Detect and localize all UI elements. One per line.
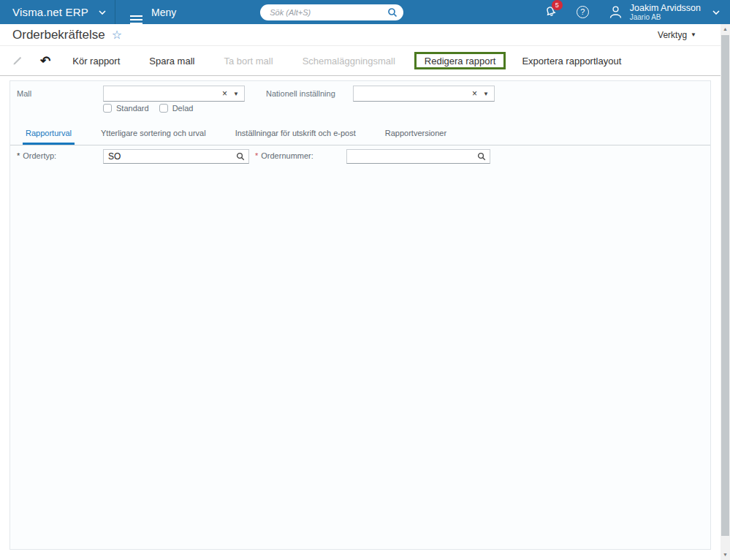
required-marker: *	[17, 151, 20, 160]
standard-checkbox[interactable]	[103, 104, 112, 113]
user-icon	[608, 4, 623, 20]
search-icon[interactable]	[387, 7, 398, 18]
tab-installningar-utskrift[interactable]: Inställningar för utskrift och e-post	[232, 129, 359, 145]
tab-rapportversioner[interactable]: Rapportversioner	[382, 129, 449, 145]
brand-label: Visma.net ERP	[12, 6, 88, 18]
highlight-annotation-box: Redigera rapport	[414, 52, 506, 69]
question-mark-icon: ?	[580, 7, 585, 16]
tab-ytterligare-sortering[interactable]: Ytterligare sortering och urval	[98, 129, 209, 145]
help-button[interactable]: ?	[577, 6, 589, 18]
edit-report-button[interactable]: Redigera rapport	[417, 50, 504, 72]
tab-rapporturval[interactable]: Rapporturval	[23, 129, 75, 145]
header-right-cluster: 5 ? Joakim Arvidsson Jaario AB	[544, 4, 730, 21]
notification-badge: 5	[552, 0, 563, 10]
template-input[interactable]	[104, 88, 219, 99]
dropdown-arrow-icon[interactable]: ▼	[480, 91, 494, 97]
app-header: Visma.net ERP Meny	[0, 0, 730, 24]
tools-menu-button[interactable]: Verktyg ▼	[658, 30, 696, 40]
page-title: Orderbekräftelse	[12, 28, 105, 42]
caret-down-icon: ▼	[691, 31, 696, 38]
template-options: Standard Delad	[103, 104, 203, 113]
schedule-template-button: Schemaläggningsmall	[295, 51, 403, 71]
edit-pencil-icon[interactable]	[11, 56, 23, 67]
user-company: Jaario AB	[630, 13, 701, 21]
delad-checkbox-label: Delad	[172, 104, 194, 113]
template-label: Mall	[17, 89, 31, 98]
dropdown-arrow-icon[interactable]: ▼	[230, 91, 244, 97]
ordernummer-input[interactable]	[347, 151, 476, 162]
report-toolbar: ↶ Kör rapport Spara mall Ta bort mall Sc…	[0, 45, 721, 76]
ordertyp-lookup[interactable]	[103, 149, 249, 164]
hamburger-icon	[130, 15, 142, 17]
scroll-up-arrow[interactable]: ▲	[721, 24, 730, 34]
ordertyp-input[interactable]	[104, 151, 235, 162]
title-bar: Orderbekräftelse ☆ Verktyg ▼	[0, 24, 721, 45]
delad-checkbox[interactable]	[159, 104, 168, 113]
lookup-magnifier-icon[interactable]	[476, 152, 490, 161]
required-marker: *	[255, 151, 258, 160]
scrollbar-thumb[interactable]	[721, 35, 729, 536]
ordernummer-label-text: Ordernummer:	[261, 151, 313, 160]
chevron-down-icon	[712, 10, 720, 15]
delete-template-button: Ta bort mall	[216, 51, 280, 71]
export-layout-button[interactable]: Exportera rapportlayout	[514, 51, 628, 71]
standard-checkbox-label: Standard	[116, 104, 149, 113]
vertical-scrollbar[interactable]: ▲ ▼	[721, 24, 730, 560]
user-names: Joakim Arvidsson Jaario AB	[630, 4, 701, 21]
ordertyp-label: *Ordertyp:	[17, 151, 56, 160]
notifications-button[interactable]: 5	[544, 5, 558, 19]
favorite-star-icon[interactable]: ☆	[112, 28, 122, 42]
ordernummer-lookup[interactable]	[346, 149, 490, 164]
search-input[interactable]	[268, 7, 387, 18]
lookup-magnifier-icon[interactable]	[235, 152, 248, 161]
global-search[interactable]	[260, 4, 403, 20]
save-template-button[interactable]: Spara mall	[142, 51, 202, 71]
user-name: Joakim Arvidsson	[630, 4, 701, 13]
tools-label: Verktyg	[658, 30, 687, 40]
locale-label: Nationell inställning	[266, 89, 335, 98]
run-report-button[interactable]: Kör rapport	[65, 51, 127, 71]
ordernummer-label: *Ordernummer:	[255, 151, 313, 160]
menu-label: Meny	[151, 7, 176, 18]
chevron-down-icon	[99, 10, 106, 15]
locale-input[interactable]	[354, 88, 469, 99]
user-menu[interactable]: Joakim Arvidsson Jaario AB	[608, 4, 720, 21]
brand-menu[interactable]: Visma.net ERP	[0, 0, 115, 24]
main-menu-button[interactable]: Meny	[115, 0, 191, 24]
template-combo[interactable]: × ▼	[103, 86, 245, 102]
clear-icon[interactable]: ×	[219, 89, 230, 98]
report-form-panel: Mall × ▼ Standard Delad Nationell instäl…	[9, 80, 711, 550]
undo-icon[interactable]: ↶	[40, 55, 50, 67]
scroll-down-arrow[interactable]: ▼	[721, 550, 730, 560]
ordertyp-label-text: Ordertyp:	[23, 151, 56, 160]
report-tabs: Rapporturval Ytterligare sortering och u…	[10, 128, 710, 145]
locale-combo[interactable]: × ▼	[353, 86, 495, 102]
clear-icon[interactable]: ×	[469, 89, 480, 98]
